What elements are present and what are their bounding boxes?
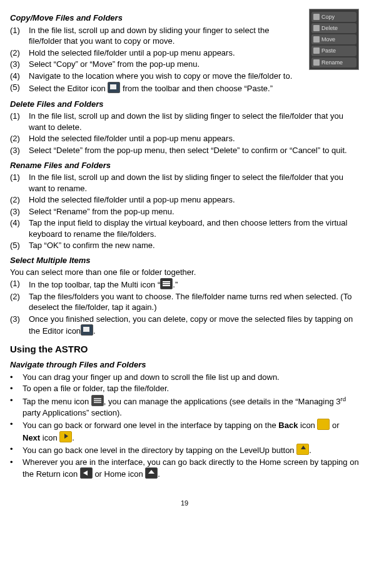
editor-icon (108, 82, 120, 93)
bullet: • (10, 395, 23, 418)
next-icon (59, 431, 72, 442)
step-text: In the file list, scroll up and down by … (29, 25, 304, 47)
bullet: • (10, 444, 23, 456)
step-number: (5) (10, 82, 29, 94)
step-text: Select “Delete” from the pop-up menu, th… (29, 145, 359, 156)
section-title-copy-move: Copy/Move Files and Folders (10, 12, 359, 24)
section-intro: You can select more than one file or fol… (10, 267, 359, 278)
bullet-text: You can go back or forward one level in … (23, 419, 359, 443)
step-number: (5) (10, 240, 29, 251)
popup-move: Move (321, 36, 335, 43)
levelup-icon (296, 444, 309, 455)
step-text: Navigate to the location where you wish … (29, 71, 304, 82)
step-number: (2) (10, 291, 29, 313)
step-number: (1) (10, 172, 29, 194)
step-text: Tap the files/folders you want to choose… (29, 291, 359, 313)
section-title-rename: Rename Files and Folders (10, 160, 359, 171)
step-number: (2) (10, 194, 29, 206)
step-text: Hold the selected file/folder until a po… (29, 194, 359, 206)
step-text: Tap “OK” to confirm the new name. (29, 240, 359, 251)
step-text: Hold the selected file/folder until a po… (29, 47, 304, 59)
step-text: Once you finished selection, you can del… (29, 314, 359, 337)
step-number: (2) (10, 133, 29, 144)
editor-icon (81, 324, 93, 336)
multi-icon (160, 278, 173, 289)
step-text: Hold the selected file/folder until a po… (29, 133, 359, 144)
step-number: (3) (10, 314, 29, 337)
popup-copy: Copy (321, 13, 335, 21)
step-number: (3) (10, 145, 29, 156)
step-text: Select “Copy” or “Move” from the pop-up … (29, 59, 304, 70)
bullet: • (10, 372, 23, 383)
bullet: • (10, 457, 23, 480)
popup-delete: Delete (321, 24, 338, 32)
return-icon (80, 467, 93, 479)
heading-using-astro: Using the ASTRO (10, 343, 359, 356)
step-text: In the file list, scroll up and down the… (29, 111, 359, 132)
step-text: In the top toolbar, tap the Multi icon “… (29, 278, 359, 291)
page-number: 19 (10, 499, 359, 508)
section-title-delete: Delete Files and Folders (10, 99, 359, 110)
step-text: Tap the input field to display the virtu… (29, 217, 359, 239)
step-number: (1) (10, 25, 29, 47)
bullet-text: You can go back one level in the directo… (23, 444, 359, 456)
step-number: (4) (10, 71, 29, 82)
step-number: (3) (10, 206, 29, 217)
step-number: (2) (10, 47, 29, 59)
section-title-select-multiple: Select Multiple Items (10, 255, 359, 266)
step-number: (1) (10, 111, 29, 132)
back-icon (317, 419, 330, 430)
step-text: Select “Rename” from the pop-up menu. (29, 206, 359, 217)
step-number: (1) (10, 278, 29, 291)
bullet-text: Wherever you are in the interface, you c… (23, 457, 359, 480)
bullet-text: You can drag your finger up and down to … (23, 372, 359, 383)
bullet: • (10, 383, 23, 394)
popup-menu-illustration: Copy Delete Move Paste Rename (309, 9, 359, 70)
section-title-navigate: Navigate through Files and Folders (10, 359, 359, 371)
bullet: • (10, 419, 23, 443)
home-icon (145, 467, 158, 479)
step-number: (3) (10, 59, 29, 70)
bullet-text: Tap the menu icon , you can manage the a… (23, 395, 359, 418)
step-number: (4) (10, 217, 29, 239)
step-text: In the file list, scroll up and down the… (29, 172, 359, 194)
popup-paste: Paste (321, 47, 336, 54)
step-text: Select the Editor icon from the toolbar … (29, 82, 359, 94)
popup-rename: Rename (321, 59, 343, 66)
bullet-text: To open a file or folder, tap the file/f… (23, 383, 359, 394)
menu-icon (91, 395, 104, 406)
